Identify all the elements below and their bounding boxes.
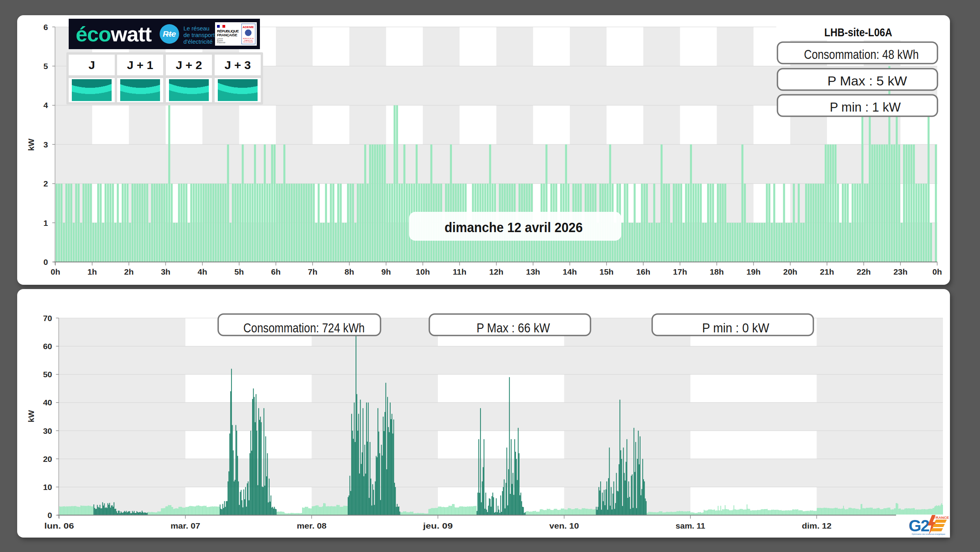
svg-text:Optimisation des ressources én: Optimisation des ressources énergétiques: [912, 533, 945, 535]
svg-text:FRANCE: FRANCE: [934, 515, 949, 520]
svg-text:ven. 10: ven. 10: [550, 521, 579, 530]
svg-text:TRANSITION: TRANSITION: [244, 40, 253, 41]
svg-text:12h: 12h: [489, 267, 503, 276]
svg-text:30: 30: [43, 426, 52, 435]
svg-text:10h: 10h: [416, 267, 430, 276]
svg-text:jeu. 09: jeu. 09: [423, 521, 453, 530]
svg-text:P Max : 5 kW: P Max : 5 kW: [827, 74, 907, 88]
svg-text:3h: 3h: [161, 267, 171, 276]
svg-text:50: 50: [43, 370, 52, 379]
svg-text:8h: 8h: [345, 267, 354, 276]
svg-text:11h: 11h: [453, 267, 466, 276]
svg-text:16h: 16h: [636, 267, 650, 276]
svg-text:17h: 17h: [673, 267, 687, 276]
svg-text:2h: 2h: [124, 267, 134, 276]
svg-text:13h: 13h: [526, 267, 540, 276]
svg-text:5h: 5h: [234, 267, 244, 276]
svg-text:de transport: de transport: [183, 32, 215, 38]
svg-text:4h: 4h: [197, 267, 207, 276]
svg-text:Consommation: 724 kWh: Consommation: 724 kWh: [244, 321, 365, 335]
svg-text:4: 4: [43, 101, 48, 110]
svg-text:22h: 22h: [857, 267, 871, 276]
svg-text:7h: 7h: [308, 267, 318, 276]
svg-text:Le réseau: Le réseau: [183, 25, 210, 32]
svg-text:20: 20: [43, 454, 52, 463]
svg-text:0: 0: [48, 511, 52, 520]
svg-text:18h: 18h: [710, 267, 724, 276]
svg-text:6: 6: [43, 23, 48, 32]
svg-text:d'électricité: d'électricité: [183, 38, 213, 45]
svg-text:0: 0: [43, 257, 48, 266]
svg-text:1h: 1h: [87, 267, 97, 276]
svg-text:mar. 07: mar. 07: [171, 521, 200, 530]
svg-text:G2: G2: [909, 517, 929, 535]
svg-text:dim. 12: dim. 12: [802, 521, 832, 530]
svg-text:23h: 23h: [893, 267, 907, 276]
svg-text:21h: 21h: [820, 267, 834, 276]
svg-text:dimanche 12 avril 2026: dimanche 12 avril 2026: [445, 220, 583, 235]
svg-text:P Max : 66 kW: P Max : 66 kW: [477, 321, 550, 335]
svg-text:Rte: Rte: [163, 29, 176, 38]
svg-text:19h: 19h: [747, 267, 761, 276]
svg-text:10: 10: [43, 483, 52, 492]
svg-text:0h: 0h: [51, 267, 60, 276]
svg-text:1: 1: [43, 218, 48, 227]
svg-text:15h: 15h: [599, 267, 614, 276]
svg-text:lun. 06: lun. 06: [44, 521, 74, 530]
svg-text:FRANÇAISE: FRANÇAISE: [217, 33, 237, 37]
svg-text:Consommation: 48 kWh: Consommation: 48 kWh: [804, 47, 919, 62]
svg-text:60: 60: [43, 342, 52, 351]
svg-text:mer. 08: mer. 08: [297, 521, 327, 530]
svg-text:kW: kW: [27, 138, 36, 151]
svg-text:6h: 6h: [271, 267, 281, 276]
svg-text:3: 3: [43, 140, 48, 149]
svg-text:14h: 14h: [563, 267, 577, 276]
svg-text:20h: 20h: [783, 267, 797, 276]
svg-text:70: 70: [43, 314, 52, 323]
svg-text:40: 40: [43, 398, 52, 407]
svg-text:sam. 11: sam. 11: [676, 521, 705, 530]
svg-text:ÉCOLOGIQUE: ÉCOLOGIQUE: [244, 41, 253, 43]
svg-text:P min : 0 kW: P min : 0 kW: [702, 321, 770, 335]
svg-text:Fraternité: Fraternité: [217, 41, 226, 44]
svg-text:LHB-site-L06A: LHB-site-L06A: [824, 26, 892, 39]
svg-text:ADEME: ADEME: [243, 25, 254, 29]
svg-text:AGENCE DE LA: AGENCE DE LA: [243, 38, 254, 39]
svg-text:P min : 1 kW: P min : 1 kW: [830, 100, 901, 114]
svg-text:2: 2: [43, 179, 48, 188]
svg-text:kW: kW: [27, 410, 36, 422]
svg-text:9h: 9h: [381, 267, 391, 276]
svg-text:0h: 0h: [932, 267, 942, 276]
svg-text:5: 5: [43, 62, 48, 71]
